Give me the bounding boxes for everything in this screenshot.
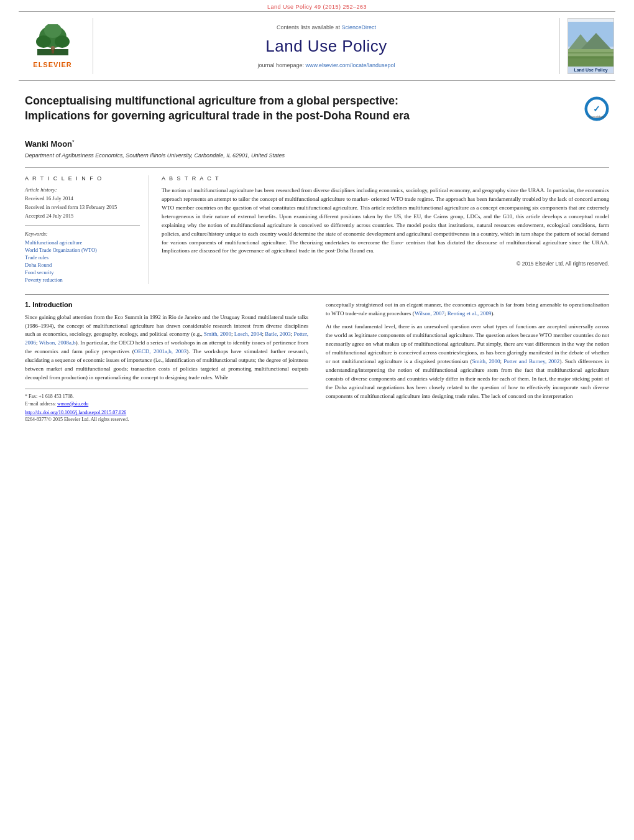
author-line: Wanki Moon*	[25, 139, 609, 149]
ref-losch-2004[interactable]: Losch, 2004	[234, 331, 262, 337]
copyright-line: © 2015 Elsevier Ltd. All rights reserved…	[162, 261, 609, 267]
intro-text-right-2: At the most fundamental level, there is …	[326, 323, 609, 400]
article-info-col: A R T I C L E I N F O Article history: R…	[25, 175, 149, 284]
intro-heading: 1. Introduction	[25, 301, 308, 308]
ref-wilson-2007[interactable]: Wilson, 2007	[415, 310, 444, 316]
accepted-date: Accepted 24 July 2015	[25, 213, 140, 220]
abstract-col: A B S T R A C T The notion of multifunct…	[162, 175, 609, 284]
author-name: Wanki Moon	[25, 139, 72, 149]
thumb-title: Land Use Policy	[568, 67, 613, 73]
issn-line: 0264-8377/© 2015 Elsevier Ltd. All right…	[25, 417, 308, 422]
ref-batle-2003[interactable]: Batle, 2003	[265, 331, 291, 337]
ref-renting-2009[interactable]: Renting et al., 2009	[448, 310, 492, 316]
email-label: E-mail address:	[25, 401, 56, 407]
header-section: ELSEVIER Contents lists available at Sci…	[19, 11, 615, 81]
page-wrapper: Land Use Policy 49 (2015) 252–263 ELSEVI…	[0, 0, 634, 840]
article-info-heading: A R T I C L E I N F O	[25, 175, 140, 182]
footnote-email-line: E-mail address: wmon@siu.edu	[25, 400, 308, 408]
ref-smith-2000b[interactable]: Smith, 2000	[472, 358, 500, 364]
ref-oecd-2001[interactable]: OECD, 2001a,b, 2003	[134, 348, 187, 354]
body-section: 1. Introduction Since gaining global att…	[0, 301, 634, 423]
keyword-2[interactable]: World Trade Organization (WTO)	[25, 247, 140, 253]
body-col-left: 1. Introduction Since gaining global att…	[25, 301, 308, 423]
svg-point-6	[51, 46, 55, 50]
homepage-line: journal homepage: www.elsevier.com/locat…	[257, 62, 395, 68]
footnote-fax: * Fax: +1 618 453 1708.	[25, 393, 308, 400]
intro-text-right-1: conceptually straightened out in an eleg…	[326, 301, 609, 318]
elsevier-tree-icon	[31, 24, 75, 58]
crossmark-icon: ✓ CrossMark	[584, 96, 609, 121]
keyword-6[interactable]: Poverty reduction	[25, 277, 140, 283]
author-sup: *	[72, 139, 75, 145]
keyword-5[interactable]: Food security	[25, 269, 140, 275]
contents-text: Contents lists available at	[277, 24, 340, 30]
footnote-area: * Fax: +1 618 453 1708. E-mail address: …	[25, 389, 308, 422]
keyword-4[interactable]: Doha Round	[25, 262, 140, 268]
elsevier-logo: ELSEVIER	[19, 18, 93, 74]
body-col-right: conceptually straightened out in an eleg…	[326, 301, 609, 423]
journal-center: Contents lists available at ScienceDirec…	[93, 18, 559, 74]
keyword-3[interactable]: Trade rules	[25, 254, 140, 261]
article-info-abstract-section: A R T I C L E I N F O Article history: R…	[25, 167, 609, 284]
journal-top-bar: Land Use Policy 49 (2015) 252–263	[0, 0, 634, 11]
abstract-text: The notion of multifunctional agricultur…	[162, 187, 609, 256]
svg-rect-7	[52, 50, 54, 53]
homepage-text: journal homepage:	[257, 62, 304, 68]
abstract-heading: A B S T R A C T	[162, 175, 609, 182]
svg-point-4	[55, 35, 70, 48]
keywords-label: Keywords:	[25, 231, 140, 237]
ref-potter-burney-2002[interactable]: Potter and Burney, 2002	[503, 358, 559, 364]
doi-link[interactable]: http://dx.doi.org/10.1016/j.landusepol.2…	[25, 410, 126, 415]
divider-1	[25, 225, 140, 226]
svg-text:✓: ✓	[593, 104, 600, 114]
received-date: Received 16 July 2014	[25, 195, 140, 203]
affiliation-line: Department of Agribusiness Economics, So…	[25, 152, 609, 159]
elsevier-name: ELSEVIER	[33, 61, 71, 68]
keyword-1[interactable]: Multifunctional agriculture	[25, 239, 140, 246]
section-divider	[25, 294, 609, 295]
article-history-label: Article history:	[25, 187, 140, 193]
received-revised-date: Received in revised form 13 February 201…	[25, 204, 140, 211]
ref-wilson-2008[interactable]: Wilson, 2008a,b	[39, 339, 76, 346]
footnote-email-link[interactable]: wmon@siu.edu	[57, 401, 88, 407]
svg-point-3	[36, 35, 51, 48]
journal-thumb: Land Use Policy	[559, 18, 615, 74]
article-title: Conceptualising multifunctional agricult…	[25, 93, 448, 124]
thumb-image	[568, 22, 613, 67]
journal-citation: Land Use Policy 49 (2015) 252–263	[267, 4, 367, 10]
doi-line[interactable]: http://dx.doi.org/10.1016/j.landusepol.2…	[25, 410, 308, 415]
sciencedirect-link[interactable]: ScienceDirect	[342, 24, 377, 30]
contents-line: Contents lists available at ScienceDirec…	[277, 24, 376, 30]
thumb-box: Land Use Policy	[567, 18, 614, 74]
content-area: Conceptualising multifunctional agricult…	[0, 81, 634, 284]
intro-text-left: Since gaining global attention from the …	[25, 313, 308, 383]
thumb-illustration	[568, 22, 614, 67]
ref-smith-2000[interactable]: Smith, 2000	[204, 331, 231, 337]
title-row: Conceptualising multifunctional agricult…	[25, 93, 609, 132]
homepage-link[interactable]: www.elsevier.com/locate/landusepol	[306, 62, 395, 68]
journal-title: Land Use Policy	[265, 37, 387, 56]
svg-text:CrossMark: CrossMark	[589, 115, 605, 119]
